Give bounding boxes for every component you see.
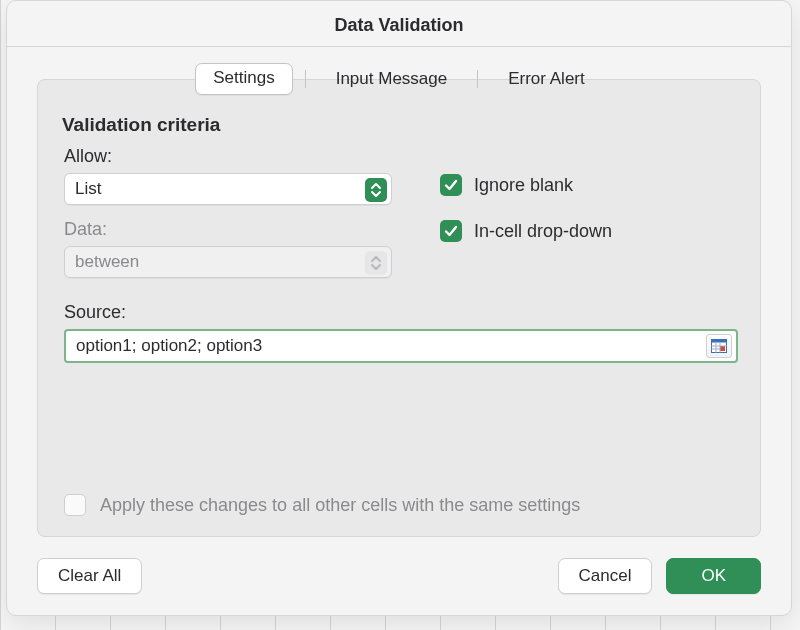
range-picker-button[interactable] <box>706 334 732 358</box>
source-area: Source: <box>64 302 738 363</box>
check-icon <box>443 223 459 239</box>
tab-bar: Settings Input Message Error Alert <box>7 63 791 95</box>
settings-panel: Validation criteria Allow: List Data: be… <box>37 79 761 537</box>
ignore-blank-checkbox[interactable] <box>440 174 462 196</box>
tab-separator <box>305 70 306 88</box>
data-select-value: between <box>75 252 139 272</box>
tab-input-message[interactable]: Input Message <box>318 64 466 94</box>
apply-to-all-row[interactable]: Apply these changes to all other cells w… <box>64 494 580 516</box>
spreadsheet-range-icon <box>711 339 727 353</box>
tab-separator <box>477 70 478 88</box>
data-validation-dialog: Data Validation Settings Input Message E… <box>6 0 792 616</box>
validation-criteria-heading: Validation criteria <box>62 114 736 136</box>
ignore-blank-row[interactable]: Ignore blank <box>440 174 612 196</box>
check-icon <box>443 177 459 193</box>
ok-button[interactable]: OK <box>666 558 761 594</box>
tab-error-alert[interactable]: Error Alert <box>490 64 603 94</box>
data-select: between <box>64 246 392 278</box>
data-select-stepper-icon <box>365 251 387 275</box>
dialog-title: Data Validation <box>7 15 791 36</box>
tab-settings[interactable]: Settings <box>195 63 292 95</box>
clear-all-button[interactable]: Clear All <box>37 558 142 594</box>
in-cell-dropdown-checkbox[interactable] <box>440 220 462 242</box>
title-divider <box>7 46 791 47</box>
in-cell-dropdown-label: In-cell drop-down <box>474 221 612 242</box>
criteria-left-column: Allow: List Data: between <box>64 146 404 278</box>
cancel-button[interactable]: Cancel <box>558 558 653 594</box>
data-label: Data: <box>64 219 404 240</box>
source-input[interactable] <box>74 330 702 362</box>
in-cell-dropdown-row[interactable]: In-cell drop-down <box>440 220 612 242</box>
svg-rect-1 <box>712 340 727 343</box>
allow-select-value: List <box>75 179 101 199</box>
allow-select-stepper-icon[interactable] <box>365 178 387 202</box>
allow-select[interactable]: List <box>64 173 392 205</box>
apply-to-all-checkbox[interactable] <box>64 494 86 516</box>
title-bar: Data Validation <box>7 1 791 46</box>
ignore-blank-label: Ignore blank <box>474 175 573 196</box>
dialog-footer: Clear All Cancel OK <box>37 557 761 595</box>
source-field <box>64 329 738 363</box>
svg-rect-2 <box>720 346 725 351</box>
source-label: Source: <box>64 302 738 323</box>
allow-label: Allow: <box>64 146 404 167</box>
criteria-right-column: Ignore blank In-cell drop-down <box>440 174 612 242</box>
apply-to-all-label: Apply these changes to all other cells w… <box>100 495 580 516</box>
